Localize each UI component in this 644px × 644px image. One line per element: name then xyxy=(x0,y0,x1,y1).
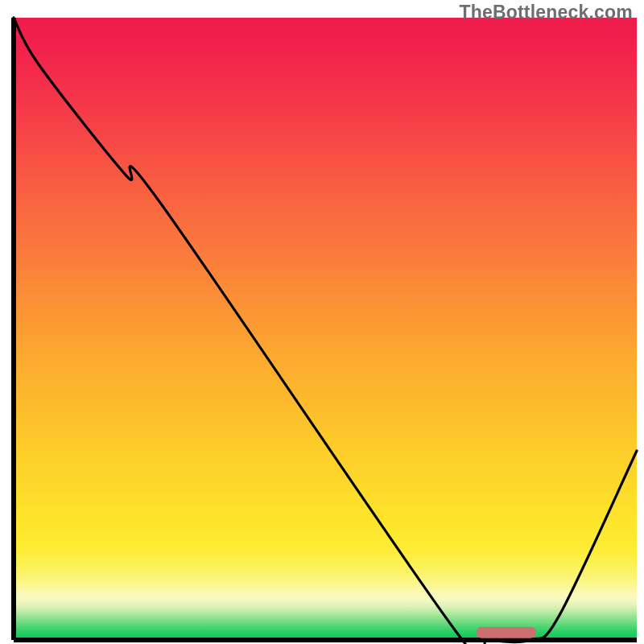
plot-background xyxy=(14,18,637,640)
chart-container: TheBottleneck.com xyxy=(0,0,644,644)
bottleneck-chart xyxy=(0,0,644,644)
watermark-text: TheBottleneck.com xyxy=(459,2,633,23)
optimal-marker xyxy=(477,627,536,638)
